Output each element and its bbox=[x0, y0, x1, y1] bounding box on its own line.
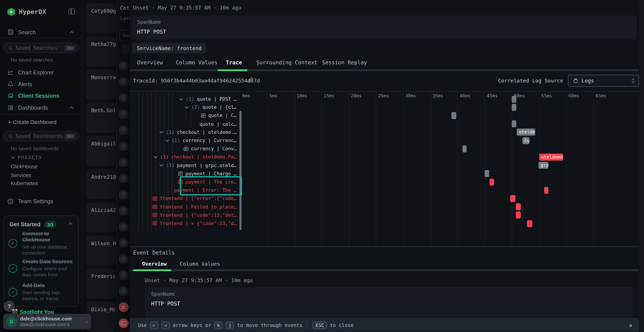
span-bar[interactable]: oteldemo. bbox=[539, 154, 563, 160]
get-started-item[interactable]: ✓ Create Data Sources Configure where yo… bbox=[8, 259, 75, 278]
span-tree-row[interactable]: (1)quote | POST … bbox=[137, 95, 241, 103]
pin-icon[interactable] bbox=[119, 158, 128, 167]
span-tree-row[interactable]: quote | C… bbox=[137, 112, 241, 120]
pin-icon[interactable] bbox=[119, 109, 128, 119]
chevron-down-icon[interactable] bbox=[159, 164, 163, 167]
span-label: frontend | {"code":13,"det… bbox=[160, 212, 236, 218]
chevron-down-icon[interactable] bbox=[165, 139, 169, 142]
get-started-item[interactable]: ✓ Add Data Start sending logs, metrics, … bbox=[8, 283, 75, 302]
user-menu[interactable]: D dale@clickhouse.com dale@clickhouse.co… bbox=[3, 314, 91, 329]
sidebar-item-client-sessions[interactable]: Client Sessions bbox=[0, 90, 82, 102]
presets-header[interactable]: PRESETS bbox=[11, 155, 42, 160]
preset-clickhouse[interactable]: ClickHouse bbox=[11, 164, 38, 170]
k-key[interactable]: k bbox=[214, 322, 223, 329]
check-circle-icon: ✓ bbox=[8, 239, 17, 248]
chevron-down-icon[interactable] bbox=[179, 98, 183, 100]
pin-icon[interactable] bbox=[119, 190, 128, 200]
j-key[interactable]: j bbox=[226, 322, 234, 329]
span-bar[interactable] bbox=[512, 104, 516, 111]
pin-icon[interactable] bbox=[119, 77, 128, 87]
preset-kubernetes[interactable]: Kubernetes bbox=[11, 180, 38, 186]
pin-icon[interactable] bbox=[119, 125, 128, 135]
span-tree-row[interactable]: quote | calc… bbox=[137, 120, 241, 128]
exchange-icon[interactable] bbox=[119, 302, 128, 312]
span-tree-row[interactable]: frontend | ✕ {"code":13,"d… bbox=[137, 219, 241, 228]
pin-icon[interactable] bbox=[119, 270, 128, 280]
terminal-icon[interactable] bbox=[119, 318, 128, 328]
tab-surrounding-context[interactable]: Surrounding Context bbox=[256, 60, 317, 66]
span-bar[interactable] bbox=[485, 170, 489, 177]
span-bar[interactable] bbox=[462, 145, 467, 152]
pin-icon[interactable] bbox=[119, 222, 128, 232]
pin-icon[interactable] bbox=[119, 254, 128, 264]
chevron-down-icon[interactable] bbox=[154, 156, 158, 158]
span-tree-row[interactable]: (1)currency | Currenc… bbox=[137, 136, 241, 144]
service-name-chip[interactable]: ServiceName: frontend bbox=[132, 43, 206, 54]
close-icon[interactable]: ✕ bbox=[629, 322, 632, 328]
span-tree-row[interactable]: frontend | {"code":13,"det… bbox=[137, 211, 241, 219]
pin-icon[interactable] bbox=[119, 238, 128, 248]
check-circle-icon: ✓ bbox=[8, 264, 17, 272]
span-tree-row[interactable]: (1)checkout | oteldemo.… bbox=[137, 128, 241, 136]
hyperdx-logo-icon bbox=[7, 8, 15, 16]
span-bar[interactable] bbox=[512, 120, 516, 127]
pin-icon[interactable] bbox=[119, 174, 128, 183]
sidebar-collapse-icon[interactable] bbox=[68, 8, 74, 14]
span-bar[interactable] bbox=[490, 178, 494, 186]
span-tree-row[interactable]: frontend | Failed to place… bbox=[137, 203, 241, 211]
chevron-down-icon[interactable] bbox=[159, 131, 163, 134]
span-bar[interactable]: oteldemo. bbox=[517, 128, 535, 136]
tab-overview[interactable]: Overview bbox=[137, 60, 163, 66]
span-bar[interactable]: grpc bbox=[539, 162, 548, 169]
span-tree-row[interactable]: frontend | {"error":{"code… bbox=[137, 194, 241, 203]
saved-searches-input[interactable]: Saved Searches ⌘K bbox=[3, 43, 79, 53]
logs-box-icon bbox=[573, 78, 578, 83]
event-details-tab-column-values[interactable]: Column Values bbox=[180, 261, 220, 267]
session-search-input[interactable]: Search bbox=[120, 30, 130, 41]
saved-dashboards-input[interactable]: Saved Dashboards ⌘K bbox=[3, 131, 79, 141]
sidebar-item-chart-explorer[interactable]: Chart Explorer bbox=[0, 66, 82, 78]
bell-icon bbox=[7, 81, 14, 88]
gridline bbox=[485, 91, 485, 246]
event-timestamp: Unset · May 27 9:35:57 AM · 10m ago bbox=[133, 4, 241, 10]
esc-key[interactable]: ESC bbox=[313, 322, 327, 329]
sidebar-item-alerts[interactable]: Alerts bbox=[0, 78, 82, 90]
sidebar-item-search[interactable]: Search bbox=[0, 26, 82, 38]
get-started-item[interactable]: ✓ Connect to ClickHouse Set up your data… bbox=[8, 231, 75, 256]
span-bar[interactable] bbox=[516, 204, 521, 210]
span-tree-row[interactable]: (3)payment | grpc.oteld… bbox=[137, 161, 241, 170]
session-user-name: Andre21@ bbox=[91, 174, 116, 180]
preset-services[interactable]: Services bbox=[11, 172, 31, 178]
span-tree-row[interactable]: (1)checkout | oteldemo.Pa… bbox=[137, 153, 241, 161]
span-bar[interactable] bbox=[510, 195, 516, 202]
arrow-left-key[interactable]: ← bbox=[150, 322, 158, 329]
pin-icon[interactable] bbox=[119, 61, 128, 71]
chevron-down-icon[interactable] bbox=[185, 106, 189, 109]
tab-trace[interactable]: Trace bbox=[226, 60, 242, 66]
chevron-up-icon[interactable] bbox=[68, 222, 73, 225]
span-bar[interactable] bbox=[544, 187, 548, 194]
tree-scrollbar[interactable] bbox=[240, 111, 241, 230]
create-dashboard-button[interactable]: + Create Dashboard bbox=[8, 119, 56, 125]
tab-session-replay[interactable]: Session Replay bbox=[322, 60, 367, 66]
session-filter-button[interactable] bbox=[122, 44, 130, 54]
event-details-tab-overview[interactable]: Overview bbox=[142, 261, 167, 267]
pin-icon[interactable] bbox=[119, 141, 128, 151]
span-bar[interactable] bbox=[512, 96, 516, 102]
tab-column-values[interactable]: Column Values bbox=[176, 60, 218, 66]
pin-icon[interactable] bbox=[119, 206, 128, 216]
trace-id: TraceId: 956f3b4a44b03aa4daf946242554d87… bbox=[133, 78, 260, 84]
pin-icon[interactable] bbox=[119, 93, 128, 103]
span-bar[interactable] bbox=[452, 112, 456, 119]
sidebar-item-dashboards[interactable]: Dashboards bbox=[0, 102, 82, 113]
span-tree-row[interactable]: (2)quote | {cl… bbox=[137, 103, 241, 112]
edit-pencil-icon[interactable] bbox=[247, 77, 252, 83]
span-tree-row[interactable]: currency | Conv… bbox=[137, 144, 241, 153]
span-bar[interactable] bbox=[516, 212, 521, 218]
correlated-log-source-select[interactable]: Logs bbox=[568, 75, 639, 87]
arrow-right-key[interactable]: → bbox=[161, 322, 170, 329]
span-bar[interactable]: Cu bbox=[522, 137, 529, 144]
sidebar-item-team-settings[interactable]: Team Settings bbox=[0, 196, 82, 207]
pin-icon[interactable] bbox=[119, 286, 128, 296]
span-bar[interactable] bbox=[527, 220, 532, 227]
